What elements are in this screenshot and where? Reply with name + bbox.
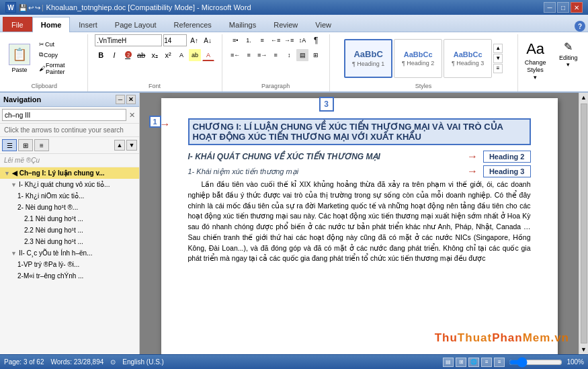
nav-item-3[interactable]: 1- Kh¿i niÖm xúc tiỏ... bbox=[0, 190, 139, 202]
annotation-3-container: 3 bbox=[319, 97, 334, 112]
change-styles-button[interactable]: Aa ChangeStyles ▾ bbox=[521, 37, 550, 84]
strikethrough-button[interactable]: ab bbox=[135, 49, 147, 61]
nav-next-arrow[interactable]: ▼ bbox=[126, 140, 137, 151]
nav-item-5[interactable]: 2.1 Nèi dung ho¹t ... bbox=[0, 213, 139, 224]
annotation-1-arrow: → bbox=[160, 118, 171, 130]
style-heading1[interactable]: AaBbC ¶ Heading 1 bbox=[344, 39, 392, 78]
nav-header-controls: ─ ✕ bbox=[116, 95, 136, 104]
heading2-row: I- KHÁI QUÁT CHUNG VỀ XÚC TIẾN THƯƠNG MẠ… bbox=[188, 151, 531, 163]
nav-hint: Click the arrows to continue your search bbox=[0, 124, 139, 137]
maximize-button[interactable]: □ bbox=[557, 2, 569, 13]
style-heading3[interactable]: AaBbCc ¶ Heading 3 bbox=[444, 39, 492, 78]
style-heading2[interactable]: AaBbCc ¶ Heading 2 bbox=[394, 39, 442, 78]
decrease-font-button[interactable]: A↓ bbox=[202, 34, 214, 46]
underline-badge: 2 bbox=[125, 51, 132, 58]
nav-minimize-button[interactable]: ─ bbox=[116, 95, 125, 104]
increase-font-button[interactable]: A↑ bbox=[188, 34, 200, 46]
zoom-slider[interactable] bbox=[509, 358, 562, 366]
copy-button[interactable]: ⧉Copy bbox=[36, 50, 85, 60]
print-layout-button[interactable]: ▤ bbox=[443, 358, 454, 367]
right-scrollbar[interactable]: ▲ ▼ bbox=[579, 93, 588, 354]
justify-button[interactable]: ≡ bbox=[269, 49, 282, 61]
record-button[interactable]: ⊙ bbox=[110, 358, 116, 366]
italic-button[interactable]: I bbox=[108, 49, 120, 61]
highlight-button[interactable]: ab bbox=[189, 49, 201, 61]
nav-item-4[interactable]: 2- Nèi dung ho¹t ®... bbox=[0, 202, 139, 213]
tab-view[interactable]: View bbox=[306, 17, 340, 32]
help-button[interactable]: ? bbox=[575, 21, 585, 32]
tab-page-layout[interactable]: Page Layout bbox=[106, 17, 165, 32]
editing-button[interactable]: ✎ Editing ▾ bbox=[553, 37, 584, 71]
nav-item-10[interactable]: 2-M«i tr–êng chÝnh ... bbox=[0, 270, 139, 282]
change-styles-label: ChangeStyles ▾ bbox=[525, 59, 546, 81]
tab-review[interactable]: Review bbox=[265, 17, 306, 32]
styles-scroll-up[interactable]: ▲ bbox=[493, 44, 503, 53]
nav-item-7[interactable]: 2.3 Nèi dung ho¹t ... bbox=[0, 236, 139, 247]
nav-item-1[interactable]: ▼ ◀ Ch–ng I: Lý luận chung v... bbox=[0, 167, 139, 179]
scroll-up-button[interactable]: ▲ bbox=[579, 93, 588, 102]
paste-button[interactable]: 📋 Paste bbox=[4, 40, 35, 77]
close-button[interactable]: ✕ bbox=[571, 2, 583, 13]
ribbon-tabs: File Home Insert Page Layout References … bbox=[0, 15, 588, 32]
quick-access-redo[interactable]: ↪ bbox=[35, 4, 40, 11]
main-area: Navigation ─ ✕ ✕ Click the arrows to con… bbox=[0, 93, 588, 354]
font-color-button[interactable]: A bbox=[202, 49, 214, 61]
nav-prev-arrow[interactable]: ▲ bbox=[114, 140, 125, 151]
font-size-input[interactable] bbox=[163, 34, 187, 46]
sort-button[interactable]: ↕A bbox=[296, 34, 308, 46]
document-area[interactable]: 3 1 → CHƯƠNG I: LÍ LUẬN CHUNG VỀ XÚC TIẾ… bbox=[140, 93, 579, 354]
tab-mailings[interactable]: Mailings bbox=[220, 17, 265, 32]
nav-close-button[interactable]: ✕ bbox=[126, 95, 136, 104]
nav-item-8[interactable]: ▼ II- C¸c yÕu tè Ính h–ën... bbox=[0, 247, 139, 259]
scroll-down-button[interactable]: ▼ bbox=[579, 345, 588, 354]
nav-view-headings[interactable]: ☰ bbox=[2, 139, 17, 151]
nav-view-results[interactable]: ≡ bbox=[34, 139, 49, 151]
nav-search-clear[interactable]: ✕ bbox=[126, 110, 137, 120]
page-info: Page: 3 of 62 bbox=[4, 358, 44, 366]
format-painter-button[interactable]: 🖌Format Painter bbox=[36, 60, 85, 77]
align-right-button[interactable]: ≡→ bbox=[256, 49, 268, 61]
web-layout-button[interactable]: 🌐 bbox=[468, 358, 479, 367]
underline-button[interactable]: U2 bbox=[122, 49, 134, 61]
tab-insert[interactable]: Insert bbox=[70, 17, 106, 32]
quick-access-undo[interactable]: ↩ bbox=[28, 4, 34, 11]
nav-view-pages[interactable]: ⊞ bbox=[18, 139, 33, 151]
full-screen-button[interactable]: ⊞ bbox=[456, 358, 466, 367]
tab-home[interactable]: Home bbox=[32, 17, 71, 32]
language-info[interactable]: English (U.S.) bbox=[122, 358, 164, 366]
show-formatting-button[interactable]: ¶ bbox=[310, 34, 322, 46]
nav-item-9[interactable]: 1-VP trý ®Pa lý- ®i... bbox=[0, 259, 139, 270]
numbering-button[interactable]: 1. bbox=[243, 34, 255, 46]
scroll-thumb[interactable] bbox=[581, 104, 587, 343]
quick-access-save[interactable]: 💾 bbox=[19, 4, 27, 11]
nav-item-2-text: I- Kh¿i quát chung vô xúc tiỏ... bbox=[19, 181, 110, 188]
styles-scroll-down[interactable]: ▼ bbox=[493, 54, 503, 63]
align-left-button[interactable]: ≡← bbox=[229, 49, 241, 61]
nav-search-input[interactable] bbox=[2, 109, 126, 121]
bullets-button[interactable]: ≡• bbox=[229, 34, 241, 46]
cut-button[interactable]: ✂Cut bbox=[36, 40, 85, 49]
nav-item-2[interactable]: ▼ I- Kh¿i quát chung vô xúc tiỏ... bbox=[0, 179, 139, 190]
tab-references[interactable]: References bbox=[165, 17, 220, 32]
decrease-indent-button[interactable]: ←≡ bbox=[269, 34, 282, 46]
nav-item-6[interactable]: 2.2 Nèi dung ho¹t ... bbox=[0, 224, 139, 236]
font-name-input[interactable] bbox=[95, 34, 162, 46]
bold-button[interactable]: B bbox=[95, 49, 107, 61]
borders-button[interactable]: ⊞ bbox=[310, 49, 322, 61]
shading-button[interactable]: ▤ bbox=[296, 49, 308, 61]
tab-file[interactable]: File bbox=[3, 17, 32, 32]
draft-button[interactable]: ≡ bbox=[494, 358, 505, 367]
heading3-arrow: → bbox=[467, 165, 478, 177]
align-center-button[interactable]: ≡ bbox=[243, 49, 255, 61]
styles-more[interactable]: ≡ bbox=[493, 64, 503, 73]
change-styles-icon: Aa bbox=[526, 40, 544, 58]
superscript-button[interactable]: x² bbox=[162, 49, 174, 61]
outline-view-button[interactable]: ≡ bbox=[481, 358, 492, 367]
style-heading3-preview: AaBbCc bbox=[454, 50, 482, 58]
subscript-button[interactable]: x₂ bbox=[149, 49, 161, 61]
multilevel-list-button[interactable]: ≡ bbox=[256, 34, 268, 46]
line-spacing-button[interactable]: ↕ bbox=[283, 49, 295, 61]
increase-indent-button[interactable]: →≡ bbox=[283, 34, 295, 46]
minimize-button[interactable]: ─ bbox=[544, 2, 556, 13]
text-effects-button[interactable]: A bbox=[175, 49, 187, 61]
